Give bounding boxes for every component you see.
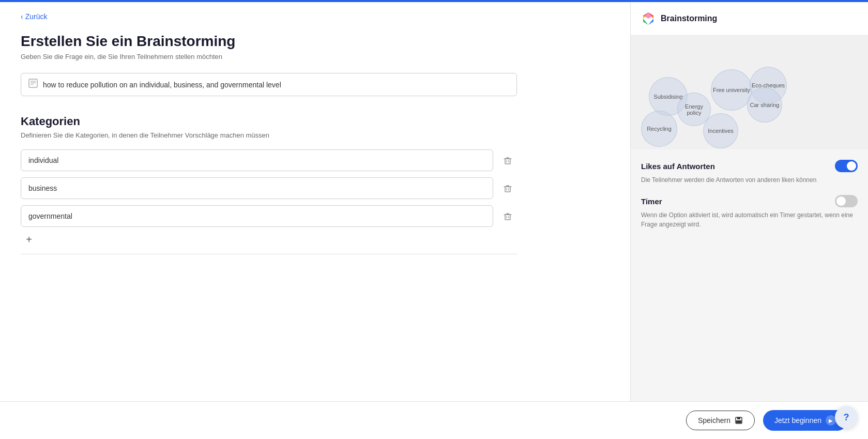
- setting-row-timer: Timer Wenn die Option aktiviert ist, wir…: [641, 195, 858, 229]
- toggle-slider-timer: [835, 195, 858, 207]
- svg-rect-20: [736, 420, 741, 423]
- bubble-area: Free universitySubsidisingEco-chequesEne…: [631, 36, 868, 149]
- delete-category-button-3[interactable]: [498, 209, 517, 223]
- save-icon: [735, 416, 743, 425]
- add-category-button[interactable]: +: [21, 231, 37, 248]
- app-body: ‹ Zurück Erstellen Sie ein Brainstorming…: [0, 2, 868, 401]
- category-input-1[interactable]: [21, 149, 493, 171]
- question-input-wrapper: [21, 73, 517, 96]
- delete-category-button-1[interactable]: [498, 153, 517, 168]
- svg-marker-16: [648, 19, 653, 25]
- trash-icon: [502, 183, 513, 193]
- bubble-item: Free university: [711, 69, 752, 111]
- category-row: [21, 149, 517, 171]
- page-title: Erstellen Sie ein Brainstorming: [21, 33, 610, 50]
- main-content: ‹ Zurück Erstellen Sie ein Brainstorming…: [0, 2, 630, 401]
- chevron-left-icon: ‹: [21, 12, 23, 21]
- setting-row-likes: Likes auf Antworten Die Teilnehmer werde…: [641, 160, 858, 185]
- bubble-item: Incentives: [703, 113, 738, 148]
- setting-header-timer: Timer: [641, 195, 858, 207]
- category-row: [21, 177, 517, 199]
- start-button[interactable]: Jetzt beginnen ▶: [763, 410, 847, 431]
- save-button[interactable]: Speichern: [686, 411, 755, 430]
- page-subtitle: Geben Sie die Frage ein, die Sie Ihren T…: [21, 53, 610, 60]
- trash-icon: [502, 211, 513, 221]
- setting-description-likes: Die Teilnehmer werden die Antworten von …: [641, 175, 858, 185]
- sidebar-header: Brainstorming: [631, 2, 868, 36]
- back-label: Zurück: [25, 12, 48, 21]
- trash-icon: [502, 155, 513, 165]
- toggle-likes[interactable]: [835, 160, 858, 172]
- save-label: Speichern: [698, 416, 730, 425]
- setting-header-likes: Likes auf Antworten: [641, 160, 858, 172]
- toggle-slider-likes: [835, 160, 858, 172]
- play-icon: ▶: [826, 415, 836, 426]
- sidebar-title: Brainstorming: [661, 14, 717, 23]
- category-row: [21, 205, 517, 227]
- svg-rect-19: [737, 417, 740, 419]
- question-input[interactable]: [43, 81, 509, 89]
- kategorien-subtitle: Definieren Sie die Kategorien, in denen …: [21, 131, 610, 139]
- bottom-bar: Speichern Jetzt beginnen ▶: [0, 401, 868, 439]
- help-label: ?: [844, 412, 849, 423]
- help-button[interactable]: ?: [835, 406, 858, 429]
- bubble-item: Car sharing: [747, 87, 782, 123]
- svg-rect-10: [505, 215, 510, 220]
- toggle-timer[interactable]: [835, 195, 858, 207]
- brainstorm-logo-icon: [641, 11, 656, 26]
- category-input-3[interactable]: [21, 205, 493, 227]
- category-input-2[interactable]: [21, 177, 493, 199]
- start-label: Jetzt beginnen: [774, 416, 821, 425]
- settings-section: Likes auf Antworten Die Teilnehmer werde…: [631, 149, 868, 250]
- kategorien-title: Kategorien: [21, 115, 610, 128]
- svg-rect-0: [29, 79, 37, 87]
- category-list: [21, 149, 517, 227]
- svg-rect-4: [505, 159, 510, 164]
- svg-rect-7: [505, 187, 510, 192]
- right-sidebar: Brainstorming Free universitySubsidising…: [630, 2, 868, 401]
- bubble-item: Recycling: [641, 111, 677, 147]
- add-category-row: +: [21, 231, 517, 254]
- setting-label-timer: Timer: [641, 197, 662, 206]
- back-link[interactable]: ‹ Zurück: [21, 12, 610, 21]
- delete-category-button-2[interactable]: [498, 181, 517, 195]
- svg-marker-17: [643, 12, 653, 19]
- setting-description-timer: Wenn die Option aktiviert ist, wird auto…: [641, 210, 858, 229]
- question-icon: [28, 79, 38, 90]
- svg-marker-15: [643, 19, 648, 25]
- setting-label-likes: Likes auf Antworten: [641, 162, 715, 171]
